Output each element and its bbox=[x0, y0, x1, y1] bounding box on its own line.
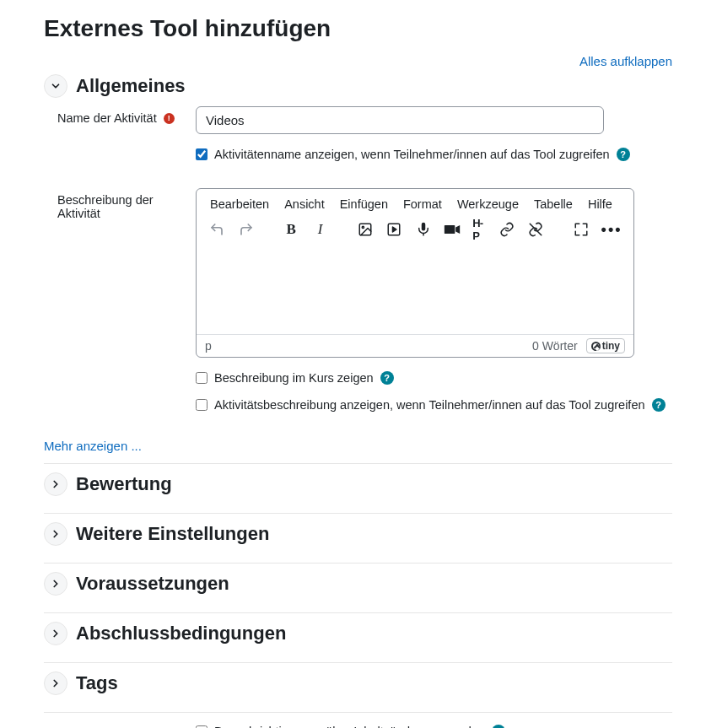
notify-label: Benachrichtigungen über Inhaltsänderung … bbox=[214, 725, 485, 728]
activity-name-input[interactable] bbox=[196, 106, 604, 134]
help-icon[interactable]: ? bbox=[380, 371, 394, 385]
show-desc-tool-label: Aktivitätsbeschreibung anzeigen, wenn Te… bbox=[214, 398, 645, 412]
svg-marker-3 bbox=[393, 227, 397, 232]
more-tools-icon[interactable]: ••• bbox=[601, 219, 622, 240]
show-more-link[interactable]: Mehr anzeigen ... bbox=[44, 439, 142, 453]
chevron-right-icon bbox=[50, 528, 62, 540]
required-icon: ! bbox=[164, 113, 175, 124]
section-title-general: Allgemeines bbox=[76, 75, 186, 97]
chevron-right-icon bbox=[50, 578, 62, 590]
h5p-icon[interactable]: H-P bbox=[472, 219, 486, 240]
show-activity-name-label: Aktivitätenname anzeigen, wenn Teilnehme… bbox=[214, 148, 610, 161]
section-toggle-tags[interactable] bbox=[44, 671, 67, 695]
section-toggle-general[interactable] bbox=[44, 74, 67, 98]
editor-textarea[interactable] bbox=[197, 248, 633, 334]
bold-icon[interactable]: B bbox=[283, 219, 299, 240]
section-title-more: Weitere Einstellungen bbox=[76, 523, 269, 545]
help-icon[interactable]: ? bbox=[652, 398, 666, 412]
label-activity-name: Name der Aktivität bbox=[57, 111, 157, 125]
fullscreen-icon[interactable] bbox=[573, 219, 590, 240]
section-title-grading: Bewertung bbox=[76, 473, 172, 495]
menu-insert[interactable]: Einfügen bbox=[340, 197, 388, 211]
editor-toolbar: B I H-P bbox=[197, 216, 633, 248]
section-toggle-restrictions[interactable] bbox=[44, 572, 67, 596]
section-toggle-more[interactable] bbox=[44, 522, 67, 546]
show-desc-tool-checkbox[interactable] bbox=[196, 399, 207, 411]
expand-all-link[interactable]: Alles aufklappen bbox=[579, 54, 672, 68]
svg-marker-6 bbox=[455, 225, 460, 234]
undo-icon[interactable] bbox=[208, 219, 225, 240]
tiny-badge[interactable]: tiny bbox=[586, 338, 625, 353]
menu-tools[interactable]: Werkzeuge bbox=[457, 197, 519, 211]
help-icon[interactable]: ? bbox=[617, 148, 630, 161]
svg-rect-5 bbox=[445, 225, 455, 234]
chevron-right-icon bbox=[50, 478, 62, 490]
italic-icon[interactable]: I bbox=[311, 219, 328, 240]
svg-point-1 bbox=[362, 226, 364, 228]
show-desc-course-label: Beschreibung im Kurs zeigen bbox=[214, 371, 374, 385]
chevron-right-icon bbox=[50, 628, 62, 639]
menu-edit[interactable]: Bearbeiten bbox=[210, 197, 269, 211]
label-activity-desc: Beschreibung der Aktivität bbox=[57, 193, 196, 220]
unlink-icon[interactable] bbox=[527, 219, 544, 240]
chevron-right-icon bbox=[50, 677, 62, 689]
word-count: 0 Wörter bbox=[532, 339, 578, 353]
video-icon[interactable] bbox=[385, 219, 402, 240]
tiny-logo-icon bbox=[591, 342, 601, 351]
section-toggle-grading[interactable] bbox=[44, 472, 67, 496]
help-icon[interactable]: ? bbox=[492, 725, 505, 728]
description-editor: Bearbeiten Ansicht Einfügen Format Werkz… bbox=[196, 188, 634, 358]
section-title-restrictions: Voraussetzungen bbox=[76, 573, 229, 595]
menu-help[interactable]: Hilfe bbox=[588, 197, 612, 211]
link-icon[interactable] bbox=[499, 219, 515, 240]
image-icon[interactable] bbox=[357, 219, 374, 240]
redo-icon[interactable] bbox=[237, 219, 254, 240]
menu-table[interactable]: Tabelle bbox=[534, 197, 573, 211]
page-title: Externes Tool hinzufügen bbox=[44, 15, 672, 42]
section-title-completion: Abschlussbedingungen bbox=[76, 623, 286, 644]
chevron-down-icon bbox=[50, 80, 62, 92]
show-activity-name-checkbox[interactable] bbox=[196, 148, 207, 160]
section-toggle-completion[interactable] bbox=[44, 622, 67, 645]
editor-path[interactable]: p bbox=[205, 339, 212, 353]
microphone-icon[interactable] bbox=[415, 219, 432, 240]
editor-menubar: Bearbeiten Ansicht Einfügen Format Werkz… bbox=[197, 189, 633, 216]
record-video-icon[interactable] bbox=[444, 219, 461, 240]
menu-format[interactable]: Format bbox=[403, 197, 442, 211]
show-desc-course-checkbox[interactable] bbox=[196, 372, 207, 384]
menu-view[interactable]: Ansicht bbox=[284, 197, 325, 211]
section-title-tags: Tags bbox=[76, 672, 118, 694]
